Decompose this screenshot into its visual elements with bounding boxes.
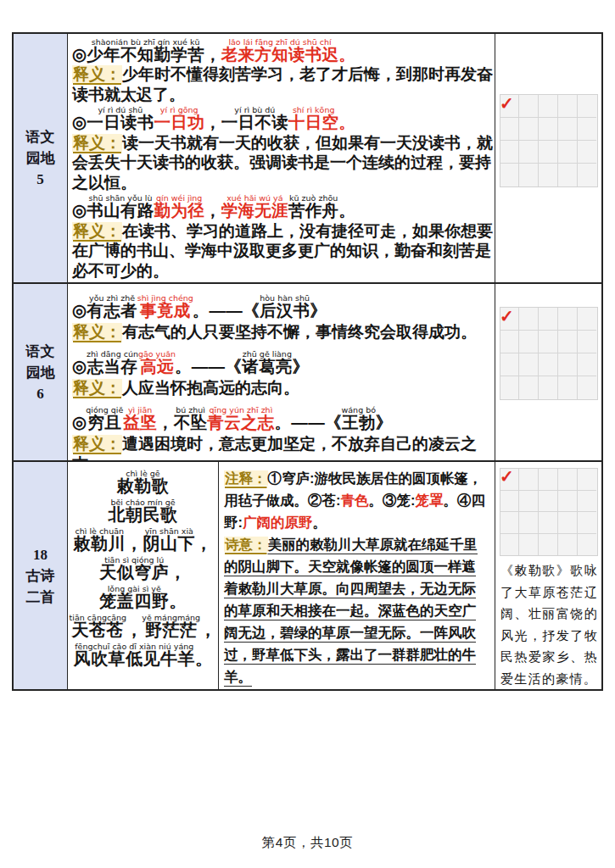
text-segment: 。 — [169, 592, 187, 610]
lesson-row: 18古诗二首敕勒歌chì lè gē北朝民歌běi cháo mín gē敕勒川… — [14, 462, 601, 689]
lesson-row: 语文园地5◎少年不知勤学苦shàonián bù zhī qín xué kǔ，… — [14, 34, 601, 284]
grid-cell — [500, 491, 520, 513]
practice-column: ✓《敕勒歌》歌咏了大草原苍茫辽阔、壮丽富饶的风光，抒发了牧民热爱家乡、热爱生活的… — [495, 462, 601, 689]
grid-cell — [578, 308, 597, 331]
poem-line: 敕勒川chì lè chuān，阴山下yīn shān xià， — [68, 527, 218, 554]
pinyin-annotated-text: 风吹草低见牛羊fēngchuī cǎo dī xiàn niú yáng — [74, 649, 196, 668]
pinyin-annotated-text: 一日读书yí rì dú shū — [87, 113, 154, 131]
poem-line: 天似穹庐tiān sì qióng lú， — [68, 556, 218, 582]
grid-cell — [578, 376, 597, 399]
text-segment: 美丽的敕勒川大草原就在绵延千里的阴山脚下。天空就像帐篷的圆顶一样遮着敕勒川大草原… — [224, 537, 478, 684]
text-segment: ， — [204, 113, 221, 131]
grid-cell — [558, 118, 578, 141]
grid-cell — [539, 308, 558, 331]
text-segment: ◎ — [72, 113, 87, 131]
grid-cell — [558, 141, 578, 164]
grid-cell — [500, 331, 520, 353]
grid-cell — [500, 512, 520, 534]
text-segment: 》 — [376, 413, 393, 431]
section-label: 释义： — [72, 379, 122, 397]
grid-cell — [558, 491, 578, 513]
lesson-title-line: 语文 — [26, 126, 55, 147]
grid-cell — [519, 491, 539, 513]
definition-paragraph: 释义：少年时不懂得刻苦学习，老了才后悔，到那时再发奋读书就太迟了。 — [72, 64, 493, 104]
grid-cell — [558, 512, 578, 534]
pinyin-annotated-text: 书山有路shū shān yǒu lù — [87, 201, 154, 220]
grid-cell — [539, 376, 558, 399]
grid-cell — [519, 118, 539, 141]
poem-line: 敕勒歌chì lè gē — [68, 470, 218, 496]
proverb-line: ◎穷且qióng qiě益坚yì jiān，不坠bú zhuì青云之志qīng … — [72, 406, 493, 431]
grid-cell — [558, 95, 578, 118]
section-label: 释义： — [72, 222, 122, 240]
grid-cell — [519, 512, 539, 534]
practice-column: ✓ — [495, 34, 601, 282]
pinyin-annotated-text: 高远gāo yuǎn — [138, 357, 175, 376]
pinyin-annotated-text: 勤为径qín wéi jìng — [154, 201, 204, 220]
pinyin-annotated-text: 一日功yí rì gōng — [154, 113, 204, 131]
section-label: 诗意： — [224, 537, 268, 552]
text-segment: ◎ — [72, 45, 87, 64]
proverb-line: ◎少年不知勤学苦shàonián bù zhī qín xué kǔ，老来方知读… — [72, 38, 493, 64]
grid-cell — [539, 491, 558, 513]
pinyin-annotated-text: 野茫茫yě mángmáng — [143, 620, 199, 639]
text-segment: 遭遇困境时，意志更加坚定，不放弃自己的凌云之志。 — [72, 435, 477, 460]
proverb-line: ◎志当存zhì dāng cún高远gāo yuǎn。——《诸葛亮zhū gě … — [72, 350, 493, 376]
grid-cell — [539, 512, 558, 534]
text-segment: ◎ — [72, 201, 87, 220]
lesson-title-line: 5 — [36, 169, 44, 190]
pinyin-annotated-text: 青云之志qīng yún zhī zhì — [207, 413, 274, 431]
text-segment: ◎ — [72, 357, 87, 376]
text-segment: 。 — [338, 45, 355, 64]
pinyin-annotated-text: 王勃wáng bó — [342, 413, 376, 431]
lesson-row: 语文园地6◎有志者yǒu zhì zhě事竟成shì jìng chéng。——… — [14, 284, 601, 462]
pinyin-annotated-text: 穷且qióng qiě — [87, 413, 123, 431]
section-label: 释义： — [72, 323, 122, 341]
proverb-line: ◎一日读书yí rì dú shū一日功yí rì gōng，一日不读yí rì… — [72, 106, 493, 131]
pinyin-annotated-text: 敕勒川chì lè chuān — [74, 534, 126, 553]
grid-cell — [558, 534, 578, 556]
text-segment: 广阔的原野 — [243, 515, 313, 530]
text-segment: 。——《 — [175, 357, 242, 376]
grid-cell — [500, 353, 520, 376]
text-segment: 有志气的人只要坚持不懈，事情终究会取得成功。 — [122, 323, 477, 341]
text-segment: ， — [204, 201, 221, 220]
lesson-table: 语文园地5◎少年不知勤学苦shàonián bù zhī qín xué kǔ，… — [12, 32, 603, 691]
practice-column: ✓ — [495, 284, 601, 460]
pinyin-annotated-text: 志当存zhì dāng cún — [87, 357, 138, 376]
grid-cell — [558, 353, 578, 376]
proverb-line: ◎书山有路shū shān yǒu lù勤为径qín wéi jìng，学海无涯… — [72, 194, 493, 220]
pinyin-annotated-text: 笼盖四野lǒng gài sì yě — [99, 592, 169, 610]
grid-cell — [558, 164, 578, 186]
text-segment: ， — [169, 563, 187, 581]
grid-cell — [500, 164, 520, 186]
definition-paragraph: 释义：读一天书就有一天的收获，但如果有一天没读书，就会丢失十天读书的收获。强调读… — [72, 133, 493, 193]
pinyin-annotated-text: 事竟成shì jìng chéng — [137, 301, 193, 320]
checkmark-icon: ✓ — [500, 468, 514, 485]
text-segment: 。 — [338, 113, 355, 131]
definition-paragraph: 释义：有志气的人只要坚持不懈，事情终究会取得成功。 — [72, 322, 493, 342]
pinyin-annotated-text: 后汉书hòu hàn shū — [260, 301, 310, 320]
text-segment: 。 — [338, 201, 355, 220]
worksheet-page: 语文园地5◎少年不知勤学苦shàonián bù zhī qín xué kǔ，… — [0, 0, 615, 868]
grid-cell — [539, 469, 558, 491]
section-label: 释义： — [72, 435, 122, 453]
pinyin-annotated-text: 不坠bú zhuì — [174, 413, 208, 431]
grid-cell: ✓ — [500, 95, 520, 118]
writing-practice-grid: ✓ — [500, 307, 598, 400]
pinyin-annotated-text: 敕勒歌chì lè gē — [117, 476, 170, 495]
text-segment: 笼罩 — [416, 492, 444, 508]
text-segment: 。——《 — [193, 301, 260, 320]
grid-cell — [519, 308, 539, 331]
pinyin-annotated-text: 十日空shí rì kōng — [288, 113, 338, 131]
text-segment: ◎ — [72, 301, 87, 320]
pinyin-annotated-text: 天苍苍tiān cāngcāng — [70, 620, 126, 639]
grid-cell: ✓ — [500, 308, 520, 331]
pinyin-annotated-text: 少年不知勤学苦shàonián bù zhī qín xué kǔ — [87, 45, 204, 64]
grid-cell — [558, 376, 578, 399]
grid-cell — [578, 95, 597, 118]
grid-cell — [519, 95, 539, 118]
section-label: 注释： — [224, 470, 268, 486]
lesson-title-line: 语文 — [26, 341, 55, 362]
lesson-title-cell: 语文园地6 — [14, 284, 68, 460]
